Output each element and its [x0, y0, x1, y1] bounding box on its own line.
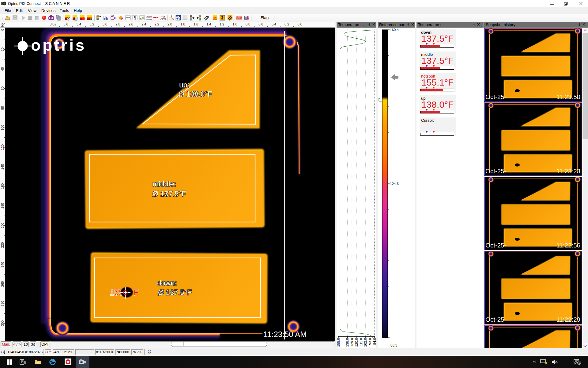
svg-text:111.0: 111.0: [359, 338, 363, 346]
svg-text:Ø 138.0°F: Ø 138.0°F: [179, 90, 212, 98]
svg-text:88.3: 88.3: [390, 343, 397, 347]
svg-text:160.4: 160.4: [390, 28, 399, 32]
svg-text:4110: 4110: [146, 18, 152, 21]
svg-text:Ø 137.5°F: Ø 137.5°F: [158, 288, 192, 297]
svg-text:84.0: 84.0: [373, 338, 376, 345]
svg-text:1: 1: [579, 362, 580, 364]
svg-text:Oct-25-: Oct-25-: [485, 316, 506, 323]
svg-text:11:23:50 AM: 11:23:50 AM: [263, 330, 307, 339]
svg-text:Ø 137.5°F: Ø 137.5°F: [153, 190, 186, 198]
svg-text:b: b: [247, 17, 249, 20]
svg-text:102.0: 102.0: [364, 338, 367, 347]
svg-text:11:22:29: 11:22:29: [556, 316, 580, 323]
svg-text:11:23:23: 11:23:23: [556, 167, 580, 174]
svg-text:middle:: middle:: [153, 180, 176, 188]
svg-text:Oct-25-: Oct-25-: [485, 242, 506, 249]
svg-text:11:22:56: 11:22:56: [556, 242, 580, 249]
svg-text:Sub: Sub: [236, 16, 242, 20]
svg-text:120.0: 120.0: [355, 338, 358, 347]
svg-text:optris: optris: [31, 36, 86, 54]
svg-text:2118: 2118: [146, 15, 152, 18]
svg-text:138.0: 138.0: [345, 338, 349, 347]
svg-text:Oct-25-: Oct-25-: [485, 93, 506, 100]
svg-text:93.0: 93.0: [368, 338, 372, 345]
svg-text:11:23:50: 11:23:50: [556, 93, 580, 100]
svg-text:up:: up:: [179, 81, 189, 89]
svg-text:124.3: 124.3: [390, 182, 399, 186]
svg-text:Oct-25-: Oct-25-: [485, 167, 506, 174]
svg-text:155.0: 155.0: [337, 338, 340, 347]
svg-text:down:: down:: [157, 279, 177, 287]
svg-text:129.0: 129.0: [350, 338, 354, 347]
